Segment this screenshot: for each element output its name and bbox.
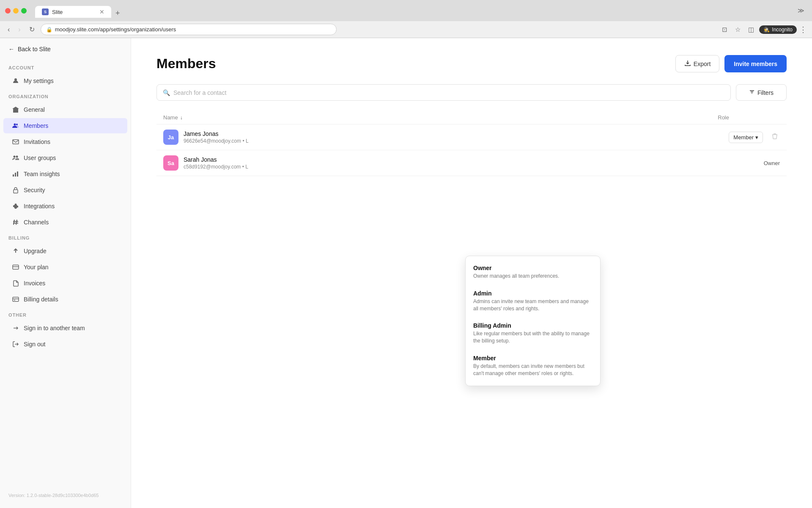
avatar: Ja <box>163 130 178 145</box>
other-section-label: OTHER <box>0 307 131 320</box>
sort-arrow-icon: ↓ <box>180 115 183 121</box>
lock-icon: 🔒 <box>46 27 52 33</box>
svg-line-11 <box>14 220 14 225</box>
role-option-member[interactable]: Member By default, members can invite ne… <box>466 350 600 382</box>
svg-point-2 <box>14 124 16 126</box>
sidebar-item-sign-out[interactable]: Sign out <box>3 337 127 352</box>
export-button[interactable]: Export <box>675 55 719 72</box>
reload-button[interactable]: ↻ <box>27 24 37 35</box>
tab-strip-expand[interactable]: ≫ <box>795 5 807 16</box>
main-content: Members Export Invite members 🔍 <box>131 38 812 508</box>
delete-member-button[interactable] <box>770 131 780 143</box>
lock-icon <box>12 186 19 194</box>
svg-rect-9 <box>17 171 18 177</box>
search-box[interactable]: 🔍 <box>156 84 731 101</box>
doc-icon <box>12 279 19 287</box>
sidebar: ← Back to Slite ACCOUNT My settings ORGA… <box>0 38 131 508</box>
sidebar-item-integrations[interactable]: Integrations <box>3 199 127 214</box>
member-info: Sarah Jonas c58d9192@moodjoy.com • L <box>184 156 674 170</box>
browser-actions: ⊡ ☆ ◫ 🕵 Incognito ⋮ <box>719 24 807 35</box>
svg-rect-7 <box>13 174 14 177</box>
svg-line-12 <box>16 220 17 225</box>
members-table: Name ↓ Role Ja James Jonas 96626e54@mood… <box>156 111 787 176</box>
filters-button[interactable]: Filters <box>736 84 787 101</box>
tab-close-button[interactable]: ✕ <box>99 8 104 15</box>
role-text: Owner <box>764 160 780 166</box>
forward-button[interactable]: › <box>16 24 23 35</box>
search-input[interactable] <box>173 89 724 96</box>
people-icon <box>12 122 19 130</box>
sidebar-item-upgrade[interactable]: Upgrade <box>3 243 127 259</box>
app-container: ← Back to Slite ACCOUNT My settings ORGA… <box>0 38 812 508</box>
header-actions: Export Invite members <box>675 55 787 72</box>
building-icon <box>12 106 19 113</box>
name-column-header[interactable]: Name ↓ <box>163 114 674 121</box>
switch-icon <box>12 324 19 332</box>
person-icon <box>12 77 19 85</box>
member-name: Sarah Jonas <box>184 156 674 163</box>
back-button[interactable]: ‹ <box>5 24 12 35</box>
role-option-owner[interactable]: Owner Owner manages all team preferences… <box>466 260 600 285</box>
browser-tabs: S Slite ✕ + <box>30 3 129 18</box>
group-icon <box>12 154 19 162</box>
bookmark-button[interactable]: ☆ <box>732 24 743 35</box>
role-popup: Owner Owner manages all team preferences… <box>465 256 601 386</box>
sidebar-item-user-groups[interactable]: User groups <box>3 150 127 166</box>
sidebar-item-members[interactable]: Members <box>3 118 127 133</box>
cast-button[interactable]: ⊡ <box>719 24 730 35</box>
member-email: c58d9192@moodjoy.com • L <box>184 164 674 170</box>
arrow-up-icon <box>12 247 19 255</box>
envelope-icon <box>12 138 19 146</box>
minimize-dot[interactable] <box>13 8 19 14</box>
maximize-dot[interactable] <box>21 8 27 14</box>
sidebar-item-my-settings[interactable]: My settings <box>3 73 127 88</box>
sidebar-item-general[interactable]: General <box>3 102 127 117</box>
search-icon: 🔍 <box>163 89 170 96</box>
account-section-label: ACCOUNT <box>0 60 131 73</box>
svg-rect-16 <box>13 265 19 269</box>
address-bar[interactable]: 🔒 moodjoy.slite.com/app/settings/organiz… <box>41 24 337 35</box>
chevron-down-icon: ▾ <box>755 134 758 141</box>
new-tab-button[interactable]: + <box>112 9 123 18</box>
sidebar-item-invoices[interactable]: Invoices <box>3 276 127 291</box>
role-dropdown-button[interactable]: Member ▾ <box>729 132 763 143</box>
sidebar-item-team-insights[interactable]: Team insights <box>3 166 127 182</box>
sidebar-item-billing-details[interactable]: Billing details <box>3 292 127 307</box>
search-filter-row: 🔍 Filters <box>156 84 787 101</box>
billing-section-label: BILLING <box>0 230 131 243</box>
tab-favicon: S <box>42 8 49 15</box>
sidebar-item-invitations[interactable]: Invitations <box>3 134 127 149</box>
extensions-button[interactable]: ◫ <box>746 24 757 35</box>
table-row: Sa Sarah Jonas c58d9192@moodjoy.com • L … <box>156 150 787 176</box>
table-header: Name ↓ Role <box>156 111 787 124</box>
svg-rect-4 <box>13 140 19 144</box>
browser-toolbar: ‹ › ↻ 🔒 moodjoy.slite.com/app/settings/o… <box>0 21 812 38</box>
sidebar-footer: Version: 1.2.0-stable-28d9c103300e4b0d65 <box>0 489 131 508</box>
hash-icon <box>12 218 19 226</box>
role-option-billing-admin[interactable]: Billing Admin Like regular members but w… <box>466 317 600 350</box>
version-text: Version: 1.2.0-stable-28d9c103300e4b0d65 <box>0 489 131 501</box>
sidebar-item-sign-in-another[interactable]: Sign in to another team <box>3 320 127 336</box>
organization-section-label: ORGANIZATION <box>0 89 131 102</box>
card-icon <box>12 263 19 271</box>
role-option-admin[interactable]: Admin Admins can invite new team members… <box>466 285 600 318</box>
active-tab[interactable]: S Slite ✕ <box>35 6 111 18</box>
browser-chrome: S Slite ✕ + ≫ ‹ › ↻ 🔒 moodjoy.slite.com/… <box>0 0 812 38</box>
back-to-slite-button[interactable]: ← Back to Slite <box>0 38 131 60</box>
filter-icon <box>749 89 755 96</box>
browser-titlebar: S Slite ✕ + ≫ <box>0 0 812 21</box>
invite-members-button[interactable]: Invite members <box>724 55 787 72</box>
puzzle-icon <box>12 202 19 210</box>
more-options-button[interactable]: ⋮ <box>799 25 807 34</box>
avatar: Sa <box>163 155 178 171</box>
sidebar-item-security[interactable]: Security <box>3 182 127 198</box>
sidebar-item-your-plan[interactable]: Your plan <box>3 260 127 275</box>
member-info: James Jonas 96626e54@moodjoy.com • L <box>184 130 674 144</box>
member-email: 96626e54@moodjoy.com • L <box>184 138 674 144</box>
close-dot[interactable] <box>5 8 11 14</box>
svg-rect-10 <box>14 190 18 193</box>
role-column-header: Role <box>674 114 780 121</box>
svg-rect-1 <box>13 109 18 113</box>
tab-title: Slite <box>52 9 63 15</box>
sidebar-item-channels[interactable]: Channels <box>3 215 127 230</box>
